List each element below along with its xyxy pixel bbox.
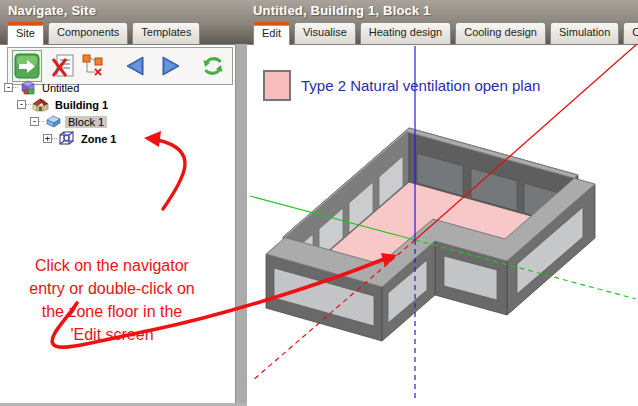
site-navigator-tree: - Untitled - Building 1 [0,79,235,147]
tree-row-block-1[interactable]: - Block 1 [0,113,235,130]
back-arrow-icon [122,54,148,78]
block-icon [45,114,62,129]
edit-panel-title: Untitled, Building 1, Block 1 [253,3,431,18]
annotation-line: Click on the navigator [8,254,216,277]
tree-item-label[interactable]: Zone 1 [78,133,119,145]
tab-components[interactable]: Components [48,22,128,44]
collapse-toggle[interactable]: - [30,117,39,126]
application-window: { "left_panel": { "title": "Navigate, Si… [0,0,638,406]
tree-item-label[interactable]: Untitled [39,82,82,94]
refresh-button[interactable] [198,50,228,82]
tab-heating-design[interactable]: Heating design [360,22,451,44]
tree-row-zone-1[interactable]: + Zone 1 [0,130,235,147]
collapse-toggle[interactable]: - [4,83,13,92]
navigator-tab-bar: Site Components Templates [7,22,200,44]
expand-toggle[interactable]: + [43,134,52,143]
annotation-line: 'Edit screen [8,323,216,346]
tab-check[interactable]: Check [623,22,638,44]
zone-icon [58,131,75,146]
navigator-panel-title: Navigate, Site [8,3,96,18]
tree-row-building-1[interactable]: - Building 1 [0,96,235,113]
tab-templates[interactable]: Templates [132,22,200,44]
next-button[interactable] [156,50,186,82]
previous-button[interactable] [120,50,150,82]
zone-type-legend: Type 2 Natural ventilation open plan [263,70,540,101]
collapse-toggle[interactable]: - [17,100,26,109]
navigate-mode-icon [14,53,40,79]
tree-item-label[interactable]: Building 1 [52,99,111,111]
tab-site[interactable]: Site [7,22,44,45]
delete-item-button[interactable] [48,50,78,82]
tab-cooling-design[interactable]: Cooling design [455,22,546,44]
tab-visualise[interactable]: Visualise [294,22,356,44]
remove-hierarchy-icon [81,53,105,79]
legend-color-swatch [263,70,291,101]
navigate-mode-button[interactable] [12,50,42,82]
navigator-panel: - Untitled - Building 1 [0,44,235,403]
refresh-icon [200,53,226,79]
remove-hierarchy-button[interactable] [78,50,108,82]
screen-tab-bar: Edit Visualise Heating design Cooling de… [253,22,638,44]
site-icon [19,80,36,95]
legend-label: Type 2 Natural ventilation open plan [301,77,540,94]
building-icon [32,97,49,112]
annotation-line: entry or double-click on [8,277,216,300]
delete-icon [50,53,76,79]
annotation-line: the zone floor in the [8,300,216,323]
forward-arrow-icon [158,54,184,78]
annotation-text: Click on the navigator entry or double-c… [8,254,216,346]
tree-row-untitled[interactable]: - Untitled [0,79,235,96]
tab-simulation[interactable]: Simulation [550,22,619,44]
tab-edit[interactable]: Edit [253,22,290,45]
tree-item-label[interactable]: Block 1 [65,116,107,128]
